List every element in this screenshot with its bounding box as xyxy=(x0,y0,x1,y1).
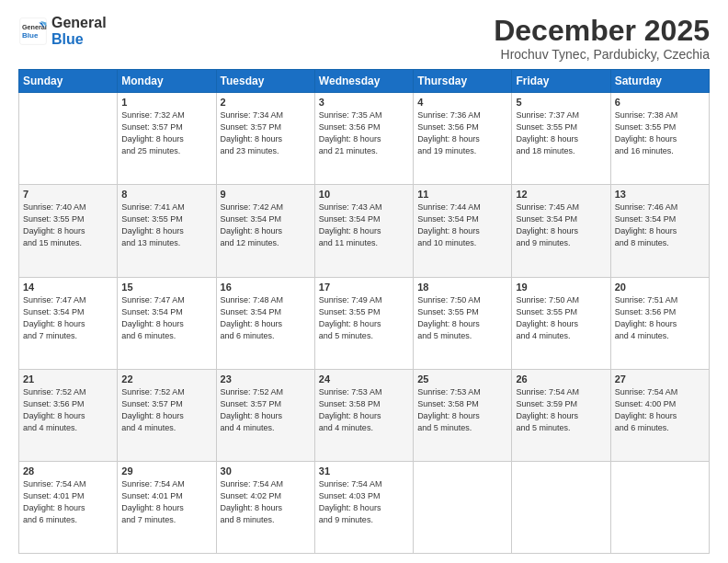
calendar-cell: 24Sunrise: 7:53 AM Sunset: 3:58 PM Dayli… xyxy=(314,369,413,461)
day-info: Sunrise: 7:46 AM Sunset: 3:54 PM Dayligh… xyxy=(615,201,705,249)
day-info: Sunrise: 7:54 AM Sunset: 4:01 PM Dayligh… xyxy=(23,478,113,526)
day-info: Sunrise: 7:38 AM Sunset: 3:55 PM Dayligh… xyxy=(615,109,705,157)
calendar-cell xyxy=(512,461,610,553)
calendar-cell: 29Sunrise: 7:54 AM Sunset: 4:01 PM Dayli… xyxy=(118,461,216,553)
logo-icon: General Blue xyxy=(18,17,48,46)
calendar-cell: 13Sunrise: 7:46 AM Sunset: 3:54 PM Dayli… xyxy=(610,185,709,277)
day-number: 15 xyxy=(121,282,211,293)
page: General Blue General Blue December 2025 … xyxy=(0,0,728,563)
day-info: Sunrise: 7:54 AM Sunset: 4:01 PM Dayligh… xyxy=(121,478,211,526)
calendar-cell: 10Sunrise: 7:43 AM Sunset: 3:54 PM Dayli… xyxy=(314,185,413,277)
calendar-cell: 18Sunrise: 7:50 AM Sunset: 3:55 PM Dayli… xyxy=(414,277,512,369)
calendar-cell: 12Sunrise: 7:45 AM Sunset: 3:54 PM Dayli… xyxy=(512,185,610,277)
day-number: 21 xyxy=(23,373,113,385)
day-info: Sunrise: 7:52 AM Sunset: 3:56 PM Dayligh… xyxy=(23,386,113,434)
day-info: Sunrise: 7:37 AM Sunset: 3:55 PM Dayligh… xyxy=(516,109,606,157)
svg-text:Blue: Blue xyxy=(22,31,39,40)
day-number: 8 xyxy=(121,189,211,200)
calendar-cell: 20Sunrise: 7:51 AM Sunset: 3:56 PM Dayli… xyxy=(610,277,709,369)
calendar-cell: 26Sunrise: 7:54 AM Sunset: 3:59 PM Dayli… xyxy=(512,369,610,461)
day-number: 25 xyxy=(417,373,507,385)
calendar-cell xyxy=(610,461,709,553)
day-info: Sunrise: 7:32 AM Sunset: 3:57 PM Dayligh… xyxy=(121,109,211,157)
calendar-cell: 16Sunrise: 7:48 AM Sunset: 3:54 PM Dayli… xyxy=(216,277,314,369)
calendar-cell: 7Sunrise: 7:40 AM Sunset: 3:55 PM Daylig… xyxy=(19,185,118,277)
weekday-header-sunday: Sunday xyxy=(19,70,118,93)
day-number: 7 xyxy=(23,189,113,200)
day-info: Sunrise: 7:47 AM Sunset: 3:54 PM Dayligh… xyxy=(121,294,211,342)
calendar-cell: 23Sunrise: 7:52 AM Sunset: 3:57 PM Dayli… xyxy=(216,369,314,461)
calendar-week-5: 28Sunrise: 7:54 AM Sunset: 4:01 PM Dayli… xyxy=(19,461,710,553)
calendar-cell: 27Sunrise: 7:54 AM Sunset: 4:00 PM Dayli… xyxy=(610,369,709,461)
calendar-cell: 31Sunrise: 7:54 AM Sunset: 4:03 PM Dayli… xyxy=(314,461,413,553)
day-info: Sunrise: 7:54 AM Sunset: 4:03 PM Dayligh… xyxy=(319,478,409,526)
header: General Blue General Blue December 2025 … xyxy=(18,15,710,62)
day-number: 1 xyxy=(121,97,211,108)
day-number: 26 xyxy=(516,373,606,385)
day-info: Sunrise: 7:50 AM Sunset: 3:55 PM Dayligh… xyxy=(516,294,606,342)
calendar-cell: 4Sunrise: 7:36 AM Sunset: 3:56 PM Daylig… xyxy=(414,93,512,185)
calendar-table: SundayMondayTuesdayWednesdayThursdayFrid… xyxy=(18,69,710,554)
logo-text: General Blue xyxy=(51,15,107,47)
calendar-cell: 28Sunrise: 7:54 AM Sunset: 4:01 PM Dayli… xyxy=(19,461,118,553)
day-number: 2 xyxy=(221,97,311,108)
day-number: 13 xyxy=(615,189,705,200)
day-info: Sunrise: 7:54 AM Sunset: 3:59 PM Dayligh… xyxy=(516,386,606,434)
calendar-cell: 5Sunrise: 7:37 AM Sunset: 3:55 PM Daylig… xyxy=(512,93,610,185)
calendar-cell: 15Sunrise: 7:47 AM Sunset: 3:54 PM Dayli… xyxy=(118,277,216,369)
location-subtitle: Hrochuv Tynec, Pardubicky, Czechia xyxy=(494,47,710,62)
day-info: Sunrise: 7:52 AM Sunset: 3:57 PM Dayligh… xyxy=(121,386,211,434)
day-info: Sunrise: 7:34 AM Sunset: 3:57 PM Dayligh… xyxy=(221,109,311,157)
calendar-cell: 8Sunrise: 7:41 AM Sunset: 3:55 PM Daylig… xyxy=(118,185,216,277)
day-number: 5 xyxy=(516,97,606,108)
logo: General Blue General Blue xyxy=(18,15,107,47)
day-info: Sunrise: 7:40 AM Sunset: 3:55 PM Dayligh… xyxy=(23,201,113,249)
calendar-cell: 3Sunrise: 7:35 AM Sunset: 3:56 PM Daylig… xyxy=(314,93,413,185)
day-info: Sunrise: 7:41 AM Sunset: 3:55 PM Dayligh… xyxy=(121,201,211,249)
day-number: 3 xyxy=(319,97,409,108)
calendar-cell: 19Sunrise: 7:50 AM Sunset: 3:55 PM Dayli… xyxy=(512,277,610,369)
calendar-cell: 14Sunrise: 7:47 AM Sunset: 3:54 PM Dayli… xyxy=(19,277,118,369)
calendar-cell: 1Sunrise: 7:32 AM Sunset: 3:57 PM Daylig… xyxy=(118,93,216,185)
calendar-week-1: 1Sunrise: 7:32 AM Sunset: 3:57 PM Daylig… xyxy=(19,93,710,185)
day-info: Sunrise: 7:53 AM Sunset: 3:58 PM Dayligh… xyxy=(319,386,409,434)
calendar-cell: 9Sunrise: 7:42 AM Sunset: 3:54 PM Daylig… xyxy=(216,185,314,277)
day-number: 9 xyxy=(221,189,311,200)
calendar-header-row: SundayMondayTuesdayWednesdayThursdayFrid… xyxy=(19,70,710,93)
day-number: 31 xyxy=(319,465,409,477)
calendar-cell: 25Sunrise: 7:53 AM Sunset: 3:58 PM Dayli… xyxy=(414,369,512,461)
day-number: 19 xyxy=(516,282,606,293)
calendar-week-2: 7Sunrise: 7:40 AM Sunset: 3:55 PM Daylig… xyxy=(19,185,710,277)
day-number: 22 xyxy=(121,373,211,385)
day-number: 12 xyxy=(516,189,606,200)
day-number: 16 xyxy=(221,282,311,293)
day-info: Sunrise: 7:44 AM Sunset: 3:54 PM Dayligh… xyxy=(417,201,507,249)
day-number: 30 xyxy=(221,465,311,477)
day-number: 23 xyxy=(221,373,311,385)
day-info: Sunrise: 7:43 AM Sunset: 3:54 PM Dayligh… xyxy=(319,201,409,249)
weekday-header-wednesday: Wednesday xyxy=(314,70,413,93)
day-number: 20 xyxy=(615,282,705,293)
day-info: Sunrise: 7:36 AM Sunset: 3:56 PM Dayligh… xyxy=(417,109,507,157)
day-number: 11 xyxy=(417,189,507,200)
calendar-cell: 22Sunrise: 7:52 AM Sunset: 3:57 PM Dayli… xyxy=(118,369,216,461)
weekday-header-thursday: Thursday xyxy=(414,70,512,93)
day-info: Sunrise: 7:48 AM Sunset: 3:54 PM Dayligh… xyxy=(221,294,311,342)
day-number: 29 xyxy=(121,465,211,477)
day-info: Sunrise: 7:53 AM Sunset: 3:58 PM Dayligh… xyxy=(417,386,507,434)
day-info: Sunrise: 7:45 AM Sunset: 3:54 PM Dayligh… xyxy=(516,201,606,249)
day-info: Sunrise: 7:49 AM Sunset: 3:55 PM Dayligh… xyxy=(319,294,409,342)
calendar-cell: 30Sunrise: 7:54 AM Sunset: 4:02 PM Dayli… xyxy=(216,461,314,553)
day-info: Sunrise: 7:52 AM Sunset: 3:57 PM Dayligh… xyxy=(221,386,311,434)
title-block: December 2025 Hrochuv Tynec, Pardubicky,… xyxy=(494,15,710,62)
day-number: 18 xyxy=(417,282,507,293)
calendar-cell: 6Sunrise: 7:38 AM Sunset: 3:55 PM Daylig… xyxy=(610,93,709,185)
day-info: Sunrise: 7:54 AM Sunset: 4:02 PM Dayligh… xyxy=(221,478,311,526)
day-info: Sunrise: 7:50 AM Sunset: 3:55 PM Dayligh… xyxy=(417,294,507,342)
calendar-cell: 21Sunrise: 7:52 AM Sunset: 3:56 PM Dayli… xyxy=(19,369,118,461)
weekday-header-monday: Monday xyxy=(118,70,216,93)
day-info: Sunrise: 7:42 AM Sunset: 3:54 PM Dayligh… xyxy=(221,201,311,249)
calendar-cell: 2Sunrise: 7:34 AM Sunset: 3:57 PM Daylig… xyxy=(216,93,314,185)
day-number: 24 xyxy=(319,373,409,385)
calendar-week-4: 21Sunrise: 7:52 AM Sunset: 3:56 PM Dayli… xyxy=(19,369,710,461)
